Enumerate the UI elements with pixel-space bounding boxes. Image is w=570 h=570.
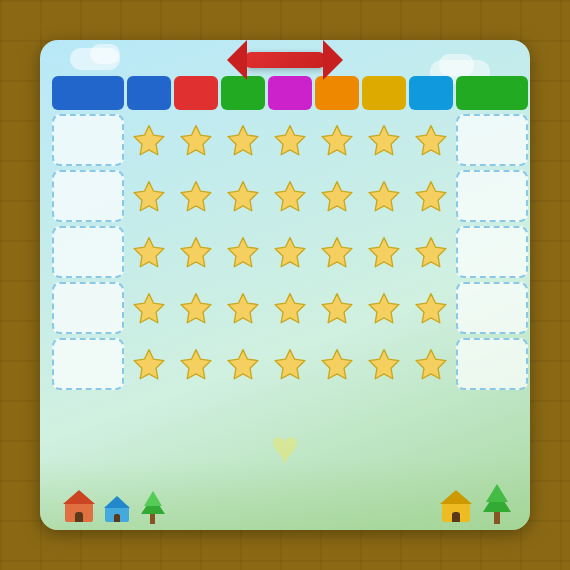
svg-marker-11 — [322, 182, 352, 211]
star-cell-row4-day3[interactable] — [221, 282, 265, 334]
star-row1-day1 — [131, 122, 167, 158]
star-cell-row2-day2[interactable] — [174, 170, 218, 222]
star-row1-day5 — [319, 122, 355, 158]
star-row1-day3 — [225, 122, 261, 158]
star-cell-row2-day5[interactable] — [315, 170, 359, 222]
star-row4-day6 — [366, 290, 402, 326]
star-row5-day1 — [131, 346, 167, 382]
star-cell-row3-day7[interactable] — [409, 226, 453, 278]
data-row-5 — [52, 338, 518, 390]
star-row3-day6 — [366, 234, 402, 270]
star-row3-day7 — [413, 234, 449, 270]
fri-header — [315, 76, 359, 110]
data-row-1 — [52, 114, 518, 166]
star-row3-day1 — [131, 234, 167, 270]
star-row2-day3 — [225, 178, 261, 214]
star-cell-row4-day4[interactable] — [268, 282, 312, 334]
svg-marker-14 — [134, 238, 164, 267]
reward-cell-5[interactable] — [456, 338, 528, 390]
svg-marker-30 — [228, 350, 258, 379]
chart-title — [245, 52, 325, 68]
star-cell-row2-day6[interactable] — [362, 170, 406, 222]
svg-marker-24 — [275, 294, 305, 323]
tue-header — [174, 76, 218, 110]
star-row5-day3 — [225, 346, 261, 382]
svg-marker-12 — [369, 182, 399, 211]
svg-marker-20 — [416, 238, 446, 267]
star-cell-row2-day3[interactable] — [221, 170, 265, 222]
task-cell-5[interactable] — [52, 338, 124, 390]
star-cell-row3-day6[interactable] — [362, 226, 406, 278]
task-cell-1[interactable] — [52, 114, 124, 166]
svg-marker-34 — [416, 350, 446, 379]
reward-cell-2[interactable] — [456, 170, 528, 222]
svg-marker-4 — [322, 126, 352, 155]
star-cell-row4-day7[interactable] — [409, 282, 453, 334]
star-cell-row1-day6[interactable] — [362, 114, 406, 166]
my-reward-header — [456, 76, 528, 110]
star-row2-day7 — [413, 178, 449, 214]
star-row2-day6 — [366, 178, 402, 214]
star-row1-day7 — [413, 122, 449, 158]
star-cell-row3-day3[interactable] — [221, 226, 265, 278]
reward-cell-4[interactable] — [456, 282, 528, 334]
chart-grid — [40, 76, 530, 390]
star-row3-day2 — [178, 234, 214, 270]
house-center-left — [105, 506, 129, 522]
svg-marker-17 — [275, 238, 305, 267]
star-cell-row5-day7[interactable] — [409, 338, 453, 390]
task-cell-3[interactable] — [52, 226, 124, 278]
star-cell-row5-day4[interactable] — [268, 338, 312, 390]
star-cell-row4-day5[interactable] — [315, 282, 359, 334]
star-cell-row5-day3[interactable] — [221, 338, 265, 390]
svg-marker-1 — [181, 126, 211, 155]
svg-marker-9 — [228, 182, 258, 211]
task-cell-4[interactable] — [52, 282, 124, 334]
star-cell-row5-day1[interactable] — [127, 338, 171, 390]
star-cell-row3-day2[interactable] — [174, 226, 218, 278]
star-cell-row2-day7[interactable] — [409, 170, 453, 222]
star-cell-row1-day1[interactable] — [127, 114, 171, 166]
svg-marker-33 — [369, 350, 399, 379]
svg-marker-32 — [322, 350, 352, 379]
star-row2-day5 — [319, 178, 355, 214]
star-row4-day2 — [178, 290, 214, 326]
task-cell-2[interactable] — [52, 170, 124, 222]
svg-marker-6 — [416, 126, 446, 155]
star-cell-row5-day6[interactable] — [362, 338, 406, 390]
thu-header — [268, 76, 312, 110]
star-cell-row1-day3[interactable] — [221, 114, 265, 166]
svg-marker-0 — [134, 126, 164, 155]
star-cell-row5-day2[interactable] — [174, 338, 218, 390]
tree-right — [494, 510, 500, 524]
star-cell-row1-day7[interactable] — [409, 114, 453, 166]
svg-marker-18 — [322, 238, 352, 267]
reward-cell-1[interactable] — [456, 114, 528, 166]
star-cell-row1-day5[interactable] — [315, 114, 359, 166]
star-cell-row4-day6[interactable] — [362, 282, 406, 334]
star-cell-row5-day5[interactable] — [315, 338, 359, 390]
svg-marker-28 — [134, 350, 164, 379]
star-cell-row3-day5[interactable] — [315, 226, 359, 278]
star-row1-day4 — [272, 122, 308, 158]
star-cell-row4-day1[interactable] — [127, 282, 171, 334]
star-cell-row3-day1[interactable] — [127, 226, 171, 278]
header-row — [52, 76, 518, 110]
sun-header — [409, 76, 453, 110]
reward-cell-3[interactable] — [456, 226, 528, 278]
star-cell-row2-day1[interactable] — [127, 170, 171, 222]
star-cell-row3-day4[interactable] — [268, 226, 312, 278]
star-cell-row2-day4[interactable] — [268, 170, 312, 222]
star-cell-row1-day2[interactable] — [174, 114, 218, 166]
reward-chart: ♥ — [40, 40, 530, 530]
tree-left — [150, 512, 155, 524]
mon-header — [127, 76, 171, 110]
wed-header — [221, 76, 265, 110]
star-cell-row1-day4[interactable] — [268, 114, 312, 166]
star-row3-day4 — [272, 234, 308, 270]
svg-marker-10 — [275, 182, 305, 211]
star-cell-row4-day2[interactable] — [174, 282, 218, 334]
data-row-4 — [52, 282, 518, 334]
star-row4-day1 — [131, 290, 167, 326]
data-row-2 — [52, 170, 518, 222]
